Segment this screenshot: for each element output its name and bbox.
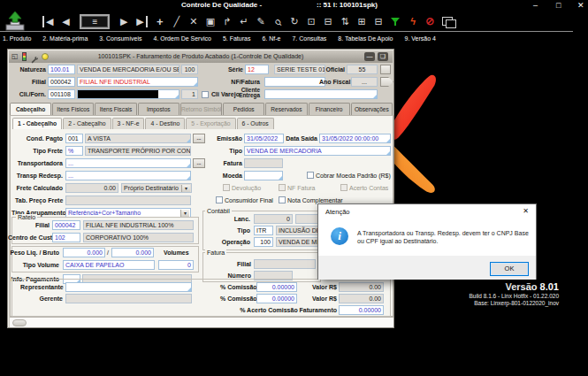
filial-label: Filial: [13, 79, 46, 86]
chevron-down-icon[interactable]: ▾: [181, 185, 190, 193]
cond-pagto-code-field[interactable]: 001: [65, 134, 83, 143]
menu-consumiveis[interactable]: 3. Consumíveis: [99, 35, 141, 42]
cli-varejo-checkbox[interactable]: [202, 91, 209, 98]
tab-impostos[interactable]: Impostos: [138, 103, 179, 115]
tab-financeiro[interactable]: Financeiro: [309, 103, 350, 115]
close-button[interactable]: ✕: [577, 2, 584, 10]
menu-consultas[interactable]: 7. Consultas: [292, 35, 326, 42]
contabil-tipo-desc-field: INCLUSÃO DE: [276, 226, 319, 235]
moeda-field[interactable]: [244, 171, 283, 180]
form-minimize-button[interactable]: —: [364, 52, 375, 61]
menu-ordem-de-servico[interactable]: 4. Ordem De Servico: [154, 35, 211, 42]
nav-first-icon[interactable]: ◀: [42, 16, 53, 27]
maximize-button[interactable]: □: [556, 2, 561, 10]
header-arrow-button[interactable]: [380, 77, 393, 87]
header-square-button[interactable]: [380, 65, 391, 74]
clear-filter-icon[interactable]: ϟ: [409, 16, 417, 27]
minimize-button[interactable]: –: [533, 2, 538, 10]
menu-versao-4[interactable]: 9. Versão 4: [404, 35, 435, 42]
tab-itens-fisicos[interactable]: Itens Físicos: [52, 103, 94, 115]
subtab-6-outros[interactable]: 6 - Outros: [237, 118, 274, 129]
menu-materia-prima[interactable]: 2. Matéria-prima: [42, 35, 88, 42]
valor-rep-label: Valor R$: [310, 284, 337, 291]
centro-custo-code-field[interactable]: 102: [52, 233, 80, 242]
nf-fatura-field[interactable]: [264, 77, 325, 87]
frete-tipo-dropdown[interactable]: Próprio Destinatário▾: [121, 183, 192, 193]
consumidor-final-checkbox[interactable]: [216, 196, 223, 203]
nav-prev-icon[interactable]: ◀: [61, 16, 70, 27]
transp-redesp-field[interactable]: ...: [65, 171, 191, 180]
menu-nfe[interactable]: 6. Nf-e: [262, 35, 280, 42]
redo-icon[interactable]: ↱: [223, 16, 232, 27]
subtab-3-nfe[interactable]: 3 - NF-e: [112, 118, 145, 129]
tipo-volume-field[interactable]: CAIXA DE PAPELAO: [63, 260, 155, 270]
subtab-2-cabecalho[interactable]: 2 - Cabeçalho: [63, 118, 111, 129]
tab-observacoes[interactable]: Observações: [351, 103, 393, 115]
acerto-comissao-field[interactable]: 0.00000: [339, 305, 384, 315]
dialog-close-icon[interactable]: ✕: [523, 207, 529, 215]
data-saida-field[interactable]: 31/05/2022 00:00:00: [319, 134, 391, 143]
volumes-field[interactable]: 0: [158, 260, 194, 270]
transportadora-browse-button[interactable]: ...: [193, 158, 205, 168]
delete-record-icon[interactable]: ✕: [189, 16, 198, 27]
tipo-frete-code-field[interactable]: %: [65, 146, 83, 156]
devolucao-label: Devolução: [232, 185, 267, 192]
comissao-ger-field[interactable]: 0.00000: [256, 294, 297, 303]
filial-code-field[interactable]: 000042: [48, 77, 75, 87]
menu-tabelas-de-apoio[interactable]: 8. Tabelas De Apoio: [338, 35, 393, 42]
operacao-code-field[interactable]: 100: [254, 237, 273, 247]
subtab-1-cabecalho[interactable]: 1 - Cabeçalho: [12, 118, 62, 129]
operacao-label: Operação: [219, 239, 250, 246]
acerto-contas-label: Acerto Contas: [349, 185, 390, 192]
filial-desc-field[interactable]: FILIAL NFE INDUSTRIAL: [77, 77, 198, 87]
tab-itens-fiscais[interactable]: Itens Fiscais: [95, 103, 136, 115]
nav-last-icon[interactable]: ▶: [136, 16, 147, 27]
preview-icon[interactable]: ⊡: [307, 16, 316, 27]
transportadora-field[interactable]: ...: [65, 158, 191, 168]
peso-liq-field[interactable]: 0.000: [63, 248, 105, 257]
menu-faturas[interactable]: 5. Faturas: [223, 35, 251, 42]
save-icon[interactable]: ▣: [206, 16, 215, 27]
edit-record-icon[interactable]: ╱: [172, 16, 181, 27]
sort-icon[interactable]: ⇅: [340, 16, 349, 27]
tipo-field[interactable]: VENDA DE MERCADORIA: [244, 146, 391, 156]
peso-bruto-field[interactable]: 0.000: [111, 248, 154, 257]
serie-label: Série: [220, 66, 243, 73]
nav-next-icon[interactable]: ▶: [119, 16, 128, 27]
brush-icon[interactable]: ✎: [256, 16, 265, 27]
emissao-label: Emissão: [211, 135, 242, 142]
print-icon[interactable]: ⊟: [324, 16, 332, 27]
switch-window-icon[interactable]: [442, 17, 454, 27]
filter-icon[interactable]: [391, 17, 401, 27]
tab-reservados[interactable]: Reservados: [265, 103, 307, 115]
comissao-rep-field[interactable]: 0.00000: [256, 282, 297, 292]
fatura-filial-label: Filial: [226, 261, 251, 268]
rateio-filial-code-field[interactable]: 000042: [52, 220, 80, 230]
dialog-message: A Transportadora ou Transp. Redesp. deve…: [357, 229, 529, 245]
representante-field[interactable]: [65, 282, 192, 292]
doc-remove-icon[interactable]: ⊟: [374, 16, 383, 27]
ok-button[interactable]: OK: [490, 262, 529, 276]
emissao-field[interactable]: 31/05/2022: [244, 134, 284, 143]
record-list-button[interactable]: ≡: [80, 14, 110, 29]
subtab-4-destino[interactable]: 4 - Destino: [145, 118, 185, 129]
menu-produto[interactable]: 1. Produto: [3, 35, 31, 42]
cliente-entrega-field[interactable]: [264, 89, 378, 99]
serie-code-field[interactable]: 12: [245, 65, 269, 74]
stop-icon[interactable]: ⊘: [425, 16, 434, 27]
tab-cabecalho[interactable]: Cabeçalho: [10, 103, 51, 115]
natureza-code-field[interactable]: 100.01: [48, 65, 75, 74]
tipo-frete-desc-field: TRANSPORTE PRÓPRIO POR CONTA D: [85, 146, 191, 156]
confirm-icon[interactable]: ↵: [240, 16, 248, 27]
cond-pagto-browse-button[interactable]: ...: [193, 134, 205, 143]
tab-pedidos[interactable]: Pedidos: [223, 103, 264, 115]
add-record-icon[interactable]: +: [156, 16, 164, 27]
refresh-icon[interactable]: ↻: [290, 16, 299, 27]
form-maximize-button[interactable]: ❏: [378, 52, 388, 61]
cli-forn-code-field[interactable]: 001108: [48, 89, 75, 99]
cobrar-moeda-checkbox[interactable]: [307, 172, 314, 179]
search-icon[interactable]: ϙ: [271, 14, 285, 28]
contabil-tipo-code-field[interactable]: ITR: [254, 226, 273, 235]
doc-add-icon[interactable]: ⊞: [357, 16, 366, 27]
nota-complementar-checkbox[interactable]: [279, 196, 286, 203]
